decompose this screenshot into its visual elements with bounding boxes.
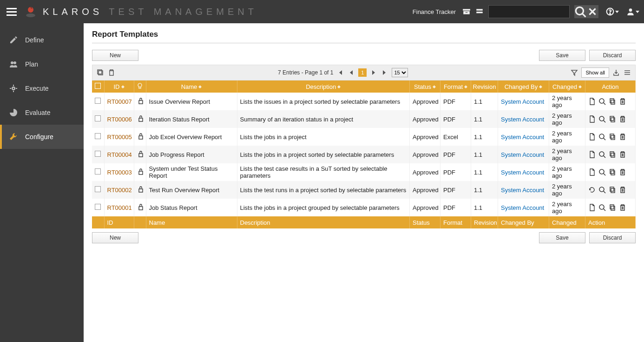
save-button[interactable]: Save — [539, 232, 585, 243]
sidebar-item-define[interactable]: Define — [0, 28, 84, 52]
delete-icon[interactable] — [107, 68, 116, 77]
preview-icon[interactable] — [598, 151, 606, 158]
row-id-link[interactable]: RT00004 — [107, 151, 132, 158]
row-checkbox[interactable] — [95, 151, 101, 157]
delete-icon[interactable] — [619, 204, 626, 211]
sidebar-item-plan[interactable]: Plan — [0, 52, 84, 76]
search-input[interactable] — [488, 5, 570, 18]
row-changed-by-link[interactable]: System Account — [501, 98, 544, 105]
col-checkbox[interactable] — [92, 80, 104, 93]
col-bulb[interactable] — [134, 80, 146, 93]
row-id-link[interactable]: RT00005 — [107, 134, 132, 141]
delete-icon[interactable] — [619, 186, 626, 194]
clear-search-icon[interactable] — [586, 5, 598, 18]
user-icon — [626, 7, 635, 16]
copy-icon[interactable] — [609, 186, 616, 194]
list-icon[interactable] — [475, 7, 484, 16]
pdf-icon[interactable] — [588, 115, 596, 123]
row-changed-by-link[interactable]: System Account — [501, 116, 544, 123]
pdf-icon[interactable] — [588, 168, 596, 176]
help-menu[interactable] — [606, 7, 619, 16]
row-checkbox[interactable] — [95, 168, 101, 174]
search-icon[interactable] — [574, 5, 586, 18]
preview-icon[interactable] — [598, 133, 606, 141]
filter-icon[interactable] — [570, 68, 578, 77]
select-all-icon[interactable] — [96, 68, 105, 77]
row-changed-by-link[interactable]: System Account — [501, 187, 544, 194]
row-checkbox[interactable] — [95, 186, 101, 192]
table-controls: 7 Entries - Page 1 of 1 1 15 Show all — [92, 65, 636, 80]
col-status[interactable]: Status◆ — [410, 80, 440, 93]
svg-rect-45 — [611, 171, 615, 175]
col-revision[interactable]: Revision — [471, 80, 498, 93]
last-page-icon[interactable] — [381, 68, 389, 77]
copy-icon[interactable] — [609, 151, 616, 158]
preview-icon[interactable] — [598, 204, 606, 211]
col-id[interactable]: ID◆ — [104, 80, 134, 93]
row-checkbox[interactable] — [95, 115, 101, 121]
pdf-icon[interactable] — [588, 151, 596, 158]
delete-icon[interactable] — [619, 115, 626, 123]
col-format[interactable]: Format◆ — [440, 80, 471, 93]
new-button[interactable]: New — [92, 50, 138, 61]
sidebar-item-configure[interactable]: Configure — [0, 125, 84, 149]
row-changed-by-link[interactable]: System Account — [501, 151, 544, 158]
pdf-icon[interactable] — [588, 133, 596, 141]
row-checkbox[interactable] — [95, 98, 101, 104]
copy-icon[interactable] — [609, 204, 616, 211]
show-all-button[interactable]: Show all — [581, 67, 609, 78]
svg-rect-52 — [139, 207, 143, 210]
row-id-link[interactable]: RT00007 — [107, 98, 132, 105]
save-button[interactable]: Save — [539, 50, 585, 61]
user-menu[interactable] — [626, 7, 639, 16]
menu-toggle-icon[interactable] — [5, 6, 19, 18]
svg-point-12 — [610, 13, 611, 14]
row-changed-by-link[interactable]: System Account — [501, 134, 544, 141]
page-size-select[interactable]: 15 — [392, 68, 408, 77]
col-changed-by[interactable]: Changed By◆ — [498, 80, 549, 93]
preview-icon[interactable] — [598, 115, 606, 123]
app-logo: KLAROS TEST MANAGEMENT — [24, 5, 257, 18]
new-button[interactable]: New — [92, 232, 138, 243]
col-changed[interactable]: Changed◆ — [549, 80, 585, 93]
copy-icon[interactable] — [609, 115, 616, 123]
preview-icon[interactable] — [598, 98, 606, 105]
discard-button[interactable]: Discard — [589, 232, 636, 243]
col-name[interactable]: Name◆ — [146, 80, 237, 93]
delete-icon[interactable] — [619, 168, 626, 176]
refresh-icon[interactable] — [588, 186, 596, 194]
row-checkbox[interactable] — [95, 204, 101, 210]
sidebar-item-execute[interactable]: Execute — [0, 76, 84, 101]
pdf-icon[interactable] — [588, 98, 596, 105]
pdf-icon[interactable] — [588, 204, 596, 211]
delete-icon[interactable] — [619, 133, 626, 141]
row-id-link[interactable]: RT00003 — [107, 169, 132, 176]
row-id-link[interactable]: RT00001 — [107, 204, 132, 211]
svg-line-29 — [604, 121, 605, 122]
delete-icon[interactable] — [619, 98, 626, 105]
copy-icon[interactable] — [609, 168, 616, 176]
delete-icon[interactable] — [619, 151, 626, 158]
discard-button[interactable]: Discard — [589, 50, 636, 61]
archive-icon[interactable] — [462, 7, 471, 16]
columns-icon[interactable] — [623, 68, 631, 77]
search-button-group — [574, 5, 598, 18]
current-page[interactable]: 1 — [358, 68, 367, 77]
col-description[interactable]: Description◆ — [237, 80, 410, 93]
prev-page-icon[interactable] — [347, 68, 355, 77]
copy-icon[interactable] — [609, 98, 616, 105]
row-id-link[interactable]: RT00006 — [107, 116, 132, 123]
row-id-link[interactable]: RT00002 — [107, 187, 132, 194]
row-changed-by-link[interactable]: System Account — [501, 169, 544, 176]
next-page-icon[interactable] — [369, 68, 378, 77]
svg-rect-30 — [611, 118, 615, 122]
export-icon[interactable] — [612, 68, 620, 77]
row-checkbox[interactable] — [95, 133, 101, 139]
preview-icon[interactable] — [598, 186, 606, 194]
preview-icon[interactable] — [598, 168, 606, 176]
first-page-icon[interactable] — [336, 68, 344, 77]
sidebar-item-evaluate[interactable]: Evaluate — [0, 101, 84, 125]
copy-icon[interactable] — [609, 133, 616, 141]
row-changed-by-link[interactable]: System Account — [501, 204, 544, 211]
sidebar-item-label: Configure — [25, 133, 53, 141]
